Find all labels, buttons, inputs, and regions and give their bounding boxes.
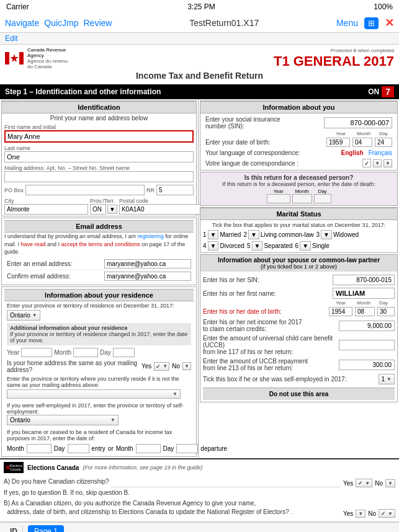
- elections-yes-2-dropdown[interactable]: ▼: [356, 510, 365, 518]
- marital-row-1: 1 ▼ Married 2 ▼ Living common-law 3 ▼ Wi…: [203, 230, 395, 239]
- right-column: Information about you Enter your social …: [199, 99, 399, 458]
- agency-logo: Canada RevenueAgency Agence du revenudu …: [5, 47, 68, 69]
- calculator-icon[interactable]: ⊞: [364, 17, 379, 29]
- edit-label[interactable]: Edit: [5, 34, 18, 43]
- prov-terr-label: Prov./Terr.: [90, 198, 117, 204]
- uccb-input[interactable]: [339, 340, 395, 350]
- elections-yes-1-dropdown[interactable]: ✓▼: [356, 479, 372, 487]
- last-name-input[interactable]: [4, 151, 194, 162]
- english-option[interactable]: English: [341, 149, 364, 156]
- deceased-month-input[interactable]: [292, 194, 312, 203]
- move-month-input[interactable]: [73, 348, 98, 357]
- deceased-day-input[interactable]: [314, 194, 331, 203]
- status-time: 3:25 PM: [187, 2, 215, 11]
- page-1-button[interactable]: Page 1: [28, 525, 64, 532]
- votre-dropdown-en[interactable]: ▼: [373, 159, 382, 167]
- po-input[interactable]: [25, 185, 145, 195]
- po-label: PO Box: [4, 187, 24, 193]
- votre-row: Votre langue de correspondance : ✓ ▼ ▼: [203, 157, 395, 169]
- self-employed-label: If you were self-employed in 2017, enter…: [7, 402, 191, 415]
- email-enter-input[interactable]: [104, 259, 191, 268]
- spouse-dob-month[interactable]: [355, 307, 375, 316]
- step-number: 7: [382, 86, 394, 97]
- dob-month-input[interactable]: [352, 138, 372, 147]
- deceased-year-input[interactable]: [267, 194, 290, 203]
- entry-day-input[interactable]: [68, 444, 89, 453]
- francais-option[interactable]: Français: [369, 149, 392, 156]
- canada-flag-icon: [5, 52, 24, 64]
- net-income-input[interactable]: [339, 321, 395, 331]
- marital-6-dropdown[interactable]: ▼: [300, 241, 311, 250]
- self-employed-dropdown[interactable]: Ontario ▼: [7, 415, 119, 425]
- sin-input[interactable]: [324, 117, 392, 128]
- prov-dropdown[interactable]: ▼: [107, 205, 117, 214]
- votre-dropdown-fr[interactable]: ▼: [383, 159, 392, 167]
- spouse-sin-input[interactable]: [333, 275, 395, 285]
- year-col-label: Year: [329, 131, 352, 136]
- elections-canada-section: ✕ Elections Canada Elections Canada (For…: [0, 458, 399, 521]
- nav-title: TestReturn01.X17: [189, 18, 259, 28]
- city-input[interactable]: [4, 204, 88, 215]
- elections-title: Elections Canada: [27, 464, 79, 471]
- dob-year-input[interactable]: [326, 138, 350, 147]
- votre-check-en[interactable]: ✓: [362, 159, 371, 167]
- province-dropdown-arrow: ▼: [32, 313, 37, 318]
- carrier-label: Carrier: [6, 2, 29, 11]
- email-header: Email address: [4, 220, 194, 233]
- spouse-section: Information about your spouse or common-…: [200, 254, 398, 402]
- move-day-input[interactable]: [113, 348, 135, 357]
- elections-no-1-dropdown[interactable]: ▼: [385, 479, 395, 487]
- elections-no-2-dropdown[interactable]: ✓▼: [379, 509, 395, 518]
- step-label: Step 1 – Identification and other inform…: [5, 87, 161, 96]
- agency-name-fr: Agence du revenudu Canada: [27, 58, 68, 69]
- mailing-same-row: Is your home address the same as your ma…: [4, 358, 194, 375]
- marital-header: Marital Status: [200, 208, 397, 220]
- spouse-day-col: Day: [375, 300, 392, 306]
- postal-input[interactable]: [119, 204, 203, 215]
- day-col-label: Day: [375, 131, 392, 136]
- uccb-repay-row: Enter the amount of UCCB repaymentfrom l…: [203, 357, 395, 373]
- close-button[interactable]: ✕: [385, 16, 394, 30]
- deceased-month-label: Month: [292, 188, 312, 194]
- mailing-input[interactable]: [4, 171, 194, 182]
- marital-1-dropdown[interactable]: ▼: [208, 230, 219, 239]
- rr-input[interactable]: [156, 185, 194, 195]
- quickjmp-button[interactable]: QuicJmp: [44, 18, 78, 28]
- uccb-repay-input[interactable]: [339, 360, 395, 370]
- spouse-self-emp-dropdown[interactable]: 1 ▼: [379, 374, 395, 384]
- marital-4-dropdown[interactable]: ▼: [208, 241, 219, 250]
- no-dropdown[interactable]: ▼: [182, 362, 191, 370]
- first-name-input[interactable]: [4, 130, 194, 143]
- svg-rect-1: [5, 52, 9, 64]
- residence-header: Information about your residence: [4, 289, 194, 301]
- province-dropdown[interactable]: Ontario ▼: [7, 310, 40, 321]
- move-year-input[interactable]: [21, 348, 52, 357]
- email-enter-row: Enter an email address:: [4, 258, 194, 270]
- marital-5-dropdown[interactable]: ▼: [252, 241, 263, 250]
- prov-input[interactable]: [90, 204, 106, 215]
- menu-button[interactable]: Menu: [336, 18, 358, 28]
- marital-3-dropdown[interactable]: ▼: [321, 230, 332, 239]
- marital-2-dropdown[interactable]: ▼: [248, 230, 259, 239]
- bottom-toolbar: ID Page 1: [0, 521, 399, 532]
- entry-day-label: Day: [54, 445, 65, 452]
- departure-month-label: Month: [116, 445, 133, 452]
- additional-info-box: Additional information about your reside…: [7, 323, 191, 345]
- spouse-dob-year[interactable]: [329, 307, 352, 316]
- entry-month-input[interactable]: [27, 444, 52, 453]
- current-province-dropdown[interactable]: ▼: [7, 389, 181, 399]
- navigate-button[interactable]: Navigate: [5, 18, 39, 28]
- spouse-month-col: Month: [354, 300, 374, 306]
- departure-month-input[interactable]: [136, 444, 161, 453]
- yes-dropdown[interactable]: ✓▼: [154, 362, 169, 371]
- postal-label: Postal code: [119, 198, 203, 204]
- info-about-you-section: Information about you Enter your social …: [200, 100, 398, 171]
- spouse-name-input[interactable]: [333, 288, 395, 299]
- dob-day-input[interactable]: [375, 138, 392, 147]
- spouse-dob-day[interactable]: [377, 307, 395, 316]
- email-confirm-input[interactable]: [104, 272, 191, 281]
- yes-label: Yes: [141, 363, 151, 370]
- doc-header: Canada RevenueAgency Agence du revenudu …: [0, 45, 399, 84]
- review-button[interactable]: Review: [84, 18, 112, 28]
- departure-day-input[interactable]: [176, 444, 198, 453]
